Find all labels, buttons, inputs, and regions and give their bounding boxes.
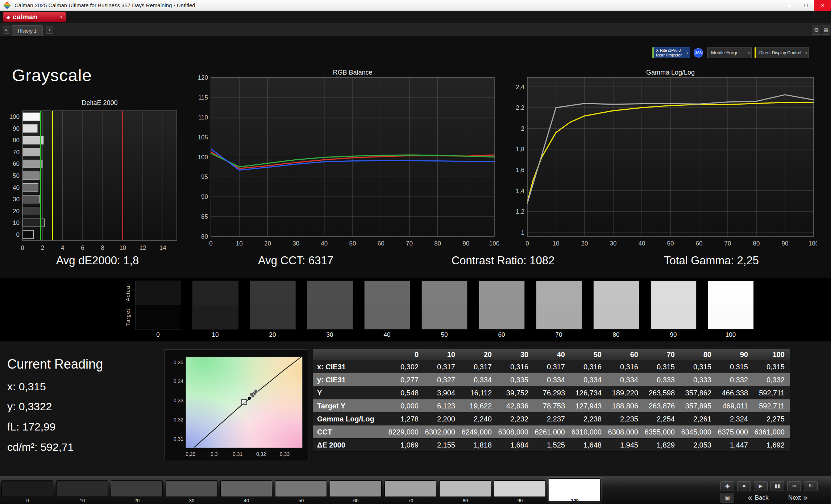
record-button[interactable]: ◉ — [720, 481, 734, 491]
table-value: 0,317 — [533, 363, 570, 371]
back-button[interactable]: « Back — [739, 493, 777, 503]
patch-button-80[interactable] — [439, 480, 491, 497]
measurement-count-badge: 383 — [694, 48, 703, 58]
measurement-table: 0102030405060708090100x: CIE310,3020,317… — [313, 349, 790, 452]
stop-button[interactable]: ■ — [737, 481, 751, 491]
svg-text:110: 110 — [198, 114, 208, 121]
swatch-target — [307, 305, 353, 329]
svg-text:60: 60 — [696, 240, 703, 247]
patch-button-0[interactable] — [1, 480, 53, 497]
swatch-actual — [136, 281, 181, 305]
tab-history-1[interactable]: History 1 — [12, 25, 43, 36]
patch-button-70[interactable] — [385, 480, 436, 497]
next-button[interactable]: Next » — [779, 493, 817, 503]
svg-text:8: 8 — [101, 244, 104, 251]
table-value: 2,237 — [533, 415, 570, 423]
svg-text:0,29: 0,29 — [186, 451, 195, 457]
continuous-button[interactable]: ∞ — [787, 481, 801, 491]
grayscale-swatch-20 — [250, 281, 296, 329]
next-label: Next — [788, 494, 801, 501]
swatch-level-label: 70 — [556, 331, 562, 339]
patch-button-40[interactable] — [220, 480, 272, 497]
svg-text:50: 50 — [13, 172, 20, 179]
table-value: 0,000 — [387, 402, 424, 410]
patch-window-button[interactable]: ▣ — [720, 493, 734, 503]
refresh-button[interactable]: ↻ — [804, 481, 818, 491]
table-value: 0,316 — [607, 363, 643, 371]
grayscale-swatch-100 — [708, 281, 754, 329]
pause-button[interactable]: ▮▮ — [770, 481, 784, 491]
layout-button[interactable]: ▦ — [822, 25, 830, 35]
calman-menu-button[interactable]: ◆ calman ▾ — [3, 12, 66, 22]
swatch-actual — [193, 281, 238, 305]
svg-text:0,31: 0,31 — [233, 451, 242, 457]
add-tab-button[interactable]: + — [46, 26, 53, 34]
patch-button-60[interactable] — [330, 480, 382, 497]
svg-text:10: 10 — [236, 240, 243, 247]
swatch-actual — [479, 281, 524, 305]
page-title: Grayscale — [12, 65, 92, 85]
source-selector[interactable]: Mobile Forge ▾ — [707, 47, 752, 58]
table-value: 6345,000 — [680, 428, 716, 436]
svg-text:70: 70 — [406, 240, 413, 247]
svg-text:100: 100 — [809, 240, 817, 247]
svg-text:30: 30 — [292, 240, 299, 247]
table-row: x: CIE310,3020,3170,3170,3160,3170,3160,… — [313, 360, 790, 373]
table-value: 6375,000 — [716, 428, 753, 436]
grayscale-swatch-80 — [593, 281, 639, 329]
layout-grid-icon: ▦ — [824, 27, 828, 33]
minimize-button[interactable]: – — [781, 0, 798, 11]
patch-button-90[interactable] — [494, 480, 546, 497]
swatch-level-label: 80 — [613, 331, 620, 339]
back-chevrons-icon: « — [748, 494, 752, 502]
table-value: 1,525 — [533, 441, 570, 449]
patch-button-20[interactable] — [111, 480, 163, 497]
table-value: 0,327 — [424, 376, 460, 384]
table-value: 19,622 — [460, 402, 497, 410]
svg-text:0,35: 0,35 — [174, 360, 183, 365]
patch-button-30[interactable] — [166, 480, 217, 497]
current-reading-cdm2: cd/m²: 592,71 — [7, 441, 74, 453]
grayscale-swatch-70 — [536, 281, 582, 329]
table-value: 188,806 — [607, 402, 643, 410]
current-reading-y: y: 0,3322 — [7, 400, 52, 413]
maximize-button[interactable]: □ — [798, 0, 814, 11]
svg-text:12: 12 — [139, 244, 146, 251]
svg-text:100: 100 — [9, 113, 20, 120]
window-titlebar: Calman 2025 Calman Ultimate for Business… — [0, 0, 831, 11]
patch-button-50[interactable] — [275, 480, 327, 497]
svg-text:0,32: 0,32 — [174, 417, 183, 423]
column-header: 80 — [680, 350, 716, 359]
brand-bar: ◆ calman ▾ — [0, 11, 831, 23]
svg-text:20: 20 — [13, 208, 20, 215]
swatch-actual — [594, 281, 639, 305]
table-value: 126,734 — [570, 389, 607, 397]
tab-scroll-button[interactable]: ▸ — [3, 26, 10, 34]
patch-button-label: 0 — [26, 498, 29, 503]
patch-window-icon: ▣ — [725, 495, 730, 501]
table-value: 0,332 — [716, 376, 753, 384]
app-icon — [3, 1, 11, 9]
close-button[interactable]: × — [814, 0, 831, 11]
swatch-target — [536, 305, 582, 329]
stat-contrast-ratio: Contrast Ratio: 1082 — [452, 254, 554, 267]
table-value: 0,317 — [460, 363, 497, 371]
display-control-selector[interactable]: Direct Display Control ▾ — [755, 47, 809, 58]
svg-text:80: 80 — [753, 240, 760, 247]
svg-text:60: 60 — [13, 160, 20, 167]
table-value: 2,240 — [460, 415, 497, 423]
play-button[interactable]: ▶ — [754, 481, 768, 491]
chevron-down-icon: ▾ — [805, 51, 807, 55]
table-value: 592,711 — [753, 402, 790, 410]
svg-text:0: 0 — [21, 244, 24, 251]
settings-button[interactable]: ⚙ — [812, 25, 821, 35]
swatch-actual — [250, 281, 295, 305]
patch-button-10[interactable] — [56, 480, 108, 497]
display-control-name: Direct Display Control — [759, 50, 801, 55]
table-value: 2,155 — [424, 441, 460, 449]
meter-selector[interactable]: X-Rite i1Pro 3 Rear Projector ▾ — [652, 47, 690, 58]
record-icon: ◉ — [725, 483, 730, 489]
svg-text:0: 0 — [16, 231, 20, 238]
row-label: Target Y — [313, 402, 387, 410]
table-value: 0,335 — [497, 376, 533, 384]
